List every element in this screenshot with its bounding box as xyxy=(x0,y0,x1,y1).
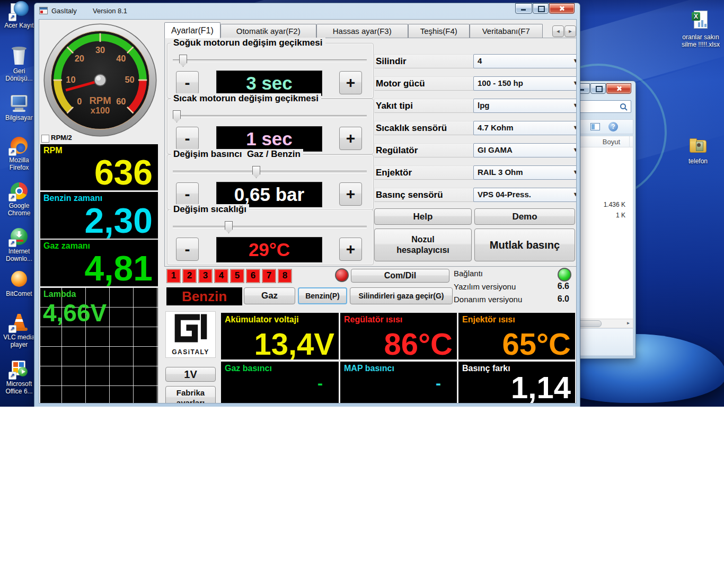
cylinder-4[interactable]: 4 xyxy=(214,269,228,283)
param-select-regulator[interactable]: GI GAMA▾ xyxy=(473,143,577,157)
slider-thumb[interactable] xyxy=(179,55,187,67)
desktop-icon-vlc[interactable]: ↗ VLC media player xyxy=(1,313,37,348)
desktop-icon-label: Google Chrome xyxy=(1,202,37,217)
factory-settings-button[interactable]: Fabrikaayarları xyxy=(165,386,216,403)
desktop-icon-excel-file[interactable]: X oranlar sakın silme !!!!!.xlsx xyxy=(679,11,722,48)
scroll-right-icon[interactable]: ► xyxy=(624,320,632,327)
desktop-icon-idm[interactable]: ↗ Internet Downlo... xyxy=(1,227,37,262)
param-select-basinc-sensoru[interactable]: VPS 04-Press.▾ xyxy=(473,188,577,202)
cylinder-7[interactable]: 7 xyxy=(262,269,276,283)
warm-delay-plus-button[interactable]: + xyxy=(339,127,362,150)
param-label-silindir: Silindir xyxy=(374,54,474,68)
desktop-icon-computer[interactable]: Bilgisayar xyxy=(1,93,37,121)
idm-icon: ↗ xyxy=(10,227,29,246)
desktop-icon-office[interactable]: ↗ Microsoft Office 6... xyxy=(1,359,37,395)
regulator-temp-cell: Regülatör ısısı 86°C xyxy=(340,313,457,359)
absolute-pressure-button[interactable]: Mutlak basınç xyxy=(474,229,575,261)
cylinder-3[interactable]: 3 xyxy=(198,269,213,283)
warm-delay-slider[interactable] xyxy=(173,115,367,118)
switch-pressure-plus-button[interactable]: + xyxy=(339,182,362,206)
fuel-status-display: Benzin xyxy=(166,287,242,305)
gauge-unit-2: x100 xyxy=(91,106,110,115)
cylinder-6[interactable]: 6 xyxy=(246,269,260,283)
rpm2-checkbox[interactable] xyxy=(41,135,49,143)
tab-hassas-ayar[interactable]: Hassas ayar(F3) xyxy=(316,24,408,38)
one-volt-button[interactable]: 1V xyxy=(165,367,216,382)
explorer-maximize-button[interactable] xyxy=(590,83,606,94)
shortcut-arrow-icon: ↗ xyxy=(8,194,16,201)
nozzle-calculator-button[interactable]: Nozulhesaplayıcısı xyxy=(374,229,472,261)
param-select-sicaklik-sensoru[interactable]: 4.7 Kohm▾ xyxy=(473,121,577,135)
excel-file-label-line2: silme !!!!!.xlsx xyxy=(679,41,722,48)
cylinder-5[interactable]: 5 xyxy=(230,269,244,283)
slider-thumb[interactable] xyxy=(252,166,260,178)
switch-temp-minus-button[interactable]: - xyxy=(176,238,199,261)
slider-group-cold-delay: Soğuk motorun değişim geçikmesi - 3 sec … xyxy=(167,43,374,99)
help-icon[interactable]: ? xyxy=(608,122,618,131)
com-dil-button[interactable]: Com/Dil xyxy=(351,269,449,283)
cylinder-2[interactable]: 2 xyxy=(182,269,197,283)
cold-delay-minus-button[interactable]: - xyxy=(176,71,199,94)
slider-thumb[interactable] xyxy=(173,110,181,122)
caption-buttons xyxy=(515,3,575,14)
switch-cylinders-to-gas-button[interactable]: Silindirleri gaza geçir(G) xyxy=(350,287,453,304)
desktop-icon-recycle-bin[interactable]: Geri Dönüşü... xyxy=(1,47,37,82)
battery-voltage-cell: Akümulator voltaji 13,4V xyxy=(221,313,339,359)
file-size-value: 1 K xyxy=(616,212,625,219)
details-pane-icon[interactable] xyxy=(590,123,600,130)
desktop-icon-label: Internet Downlo... xyxy=(1,248,37,262)
tab-scroll-left-button[interactable]: ◄ xyxy=(552,25,564,37)
gaz-button[interactable]: Gaz xyxy=(244,287,295,304)
benzin-p-button[interactable]: Benzin(P) xyxy=(298,287,347,304)
cylinder-8[interactable]: 8 xyxy=(278,269,292,283)
switch-temp-slider[interactable] xyxy=(173,226,367,229)
switch-temp-plus-button[interactable]: + xyxy=(339,238,362,261)
param-label-enjektor: Enjektör xyxy=(374,165,474,180)
tab-strip: Ayarlar(F1) Otomatik ayar(F2) Hassas aya… xyxy=(164,22,576,38)
switch-pressure-minus-button[interactable]: - xyxy=(176,182,199,206)
tab-ayarlar[interactable]: Ayarlar(F1) xyxy=(164,22,220,38)
switch-pressure-slider[interactable] xyxy=(173,171,367,173)
desktop-icon-telefon-folder[interactable]: telefon xyxy=(679,137,717,165)
tab-scroll-right-button[interactable]: ► xyxy=(564,25,576,37)
gasitaly-titlebar[interactable]: GasItaly Version 8.1 xyxy=(34,3,580,19)
desktop-icon-acer-kayit[interactable]: ↗ Acer Kayıt xyxy=(1,1,37,29)
minimize-button[interactable] xyxy=(515,3,532,14)
hardware-version-label: Donanım versiyonu xyxy=(454,295,522,304)
cold-delay-value: 3 sec xyxy=(216,71,322,96)
tab-teshis[interactable]: Teşhis(F4) xyxy=(408,24,470,38)
maximize-button[interactable] xyxy=(533,3,549,14)
param-select-silindir[interactable]: 4▾ xyxy=(473,54,577,68)
gauge-tick-0: 0 xyxy=(77,96,82,106)
benzin-time-value: 2,30 xyxy=(85,203,153,239)
maximize-icon xyxy=(596,86,603,92)
rpm-display-label: RPM xyxy=(43,146,63,155)
chevron-down-icon: ▾ xyxy=(574,99,577,111)
desktop-icon-firefox[interactable]: ↗ Mozilla Firefox xyxy=(1,136,37,171)
cold-delay-slider[interactable] xyxy=(173,59,367,62)
warm-delay-value: 1 sec xyxy=(216,126,322,152)
cylinder-1[interactable]: 1 xyxy=(166,269,181,283)
gauge-tick-20: 20 xyxy=(75,54,84,63)
demo-button[interactable]: Demo xyxy=(474,208,575,225)
cold-delay-plus-button[interactable]: + xyxy=(339,71,362,94)
desktop-icon-chrome[interactable]: ↗ Google Chrome xyxy=(1,181,37,217)
benzin-time-display: Benzin zamanı 2,30 xyxy=(40,192,158,239)
param-select-motor-gucu[interactable]: 100 - 150 hp▾ xyxy=(473,76,577,91)
gaz-time-value: 4,81 xyxy=(85,251,153,286)
tab-otomatik-ayar[interactable]: Otomatik ayar(F2) xyxy=(220,24,316,38)
gauge-unit-1: RPM xyxy=(89,95,111,106)
param-select-enjektor[interactable]: RAIL 3 Ohm▾ xyxy=(473,165,577,180)
explorer-close-button[interactable] xyxy=(606,83,631,94)
param-select-yakit-tipi[interactable]: lpg▾ xyxy=(473,99,577,113)
lambda-label: Lambda xyxy=(43,289,76,299)
slider-thumb[interactable] xyxy=(225,221,233,233)
desktop-icon-bitcomet[interactable]: BitComet xyxy=(1,269,37,297)
warm-delay-minus-button[interactable]: - xyxy=(176,127,199,150)
slider-group-switch-temp: Değişim sıcaklığı - 29°C + xyxy=(167,209,374,265)
gasitaly-client-area: 0 10 20 30 40 50 60 RPM x100 RPM/2 xyxy=(39,19,577,403)
gauge-tick-60: 60 xyxy=(116,96,126,106)
close-button[interactable] xyxy=(549,3,575,14)
help-button[interactable]: Help xyxy=(374,208,472,225)
tab-veritabani[interactable]: Veritabanı(F7 xyxy=(470,24,543,38)
